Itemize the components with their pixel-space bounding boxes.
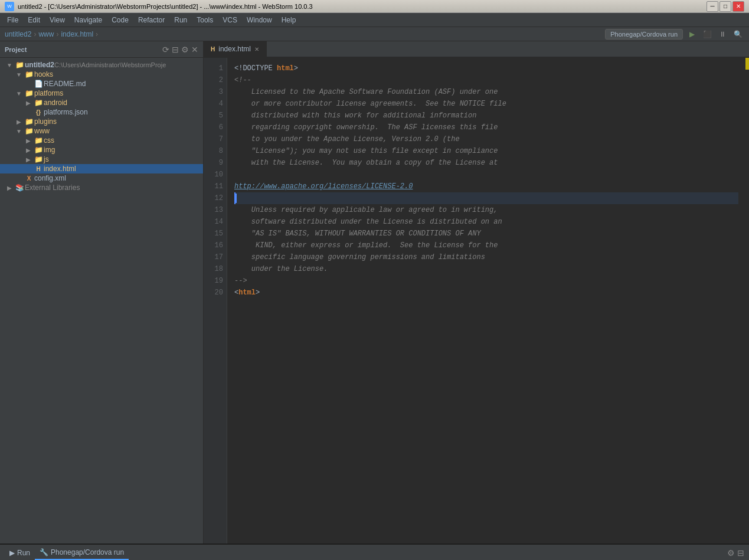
tree-item-www[interactable]: ▼ 📁 www [0,126,203,136]
main-area: Project ⟳ ⊟ ⚙ ✕ ▼ 📁 untitled2 C:\Users\A… [0,41,749,543]
tree-item-css[interactable]: ▶ 📁 css [0,136,203,145]
error-stripe [745,58,749,543]
tree-item-external-libraries[interactable]: ▶ 📚 External Libraries [0,183,203,192]
run-config-selector[interactable]: Phonegap/Cordova run [605,29,683,40]
menu-vcs[interactable]: VCS [218,15,242,25]
code-line-18: under the License. [234,263,738,275]
breadcrumb-www[interactable]: www [38,30,54,38]
code-line-3: Licensed to the Apache Software Foundati… [234,86,738,98]
tree-item-config-xml[interactable]: X config.xml [0,173,203,183]
code-line-1: <!DOCTYPE html> [234,63,738,74]
menu-code[interactable]: Code [107,15,133,25]
project-sidebar: Project ⟳ ⊟ ⚙ ✕ ▼ 📁 untitled2 C:\Users\A… [0,41,204,543]
menu-help[interactable]: Help [277,15,301,25]
phonegap-icon: 🔧 [40,548,48,556]
panel-close-icon[interactable]: ✕ [191,45,198,54]
code-line-15: "AS IS" BASIS, WITHOUT WARRANTIES OR CON… [234,228,738,240]
window-controls[interactable]: ─ □ ✕ [707,1,744,12]
bottom-tab-bar: ▶ Run 🔧 Phonegap/Cordova run ⚙ ⊟ [0,545,749,560]
code-line-16: KIND, either express or implied. See the… [234,240,738,251]
maximize-button[interactable]: □ [719,1,731,12]
menu-tools[interactable]: Tools [192,15,218,25]
code-line-7: to you under the Apache License, Version… [234,133,738,145]
menu-refactor[interactable]: Refactor [133,15,169,25]
menu-file[interactable]: File [2,15,23,25]
close-button[interactable]: ✕ [732,1,744,12]
code-line-8: "License"); you may not use this file ex… [234,145,738,157]
tree-item-untitled2[interactable]: ▼ 📁 untitled2 C:\Users\Administrator\Web… [0,60,203,70]
line-numbers: 12345 678910 1112131415 1617181920 [204,58,227,543]
tree-item-platforms[interactable]: ▼ 📁 platforms [0,89,203,98]
menu-edit[interactable]: Edit [23,15,45,25]
code-line-6: regarding copyright ownership. The ASF l… [234,122,738,133]
tab-phonegap[interactable]: 🔧 Phonegap/Cordova run [35,546,129,560]
code-editor[interactable]: <!DOCTYPE html> <!-- Licensed to the Apa… [227,58,745,543]
code-line-17: specific language governing permissions … [234,251,738,263]
code-line-9: with the License. You may obtain a copy … [234,157,738,169]
tree-item-index-html[interactable]: H index.html [0,164,203,173]
tree-item-android[interactable]: ▶ 📁 android [0,98,203,107]
code-line-13: Unless required by applicable law or agr… [234,204,738,216]
code-line-4: or more contributor license agreements. … [234,98,738,110]
breadcrumb-project[interactable]: untitled2 [5,30,31,38]
app-icon: W [5,2,14,11]
code-line-11: http://www.apache.org/licenses/LICENSE-2… [234,181,738,192]
menu-view[interactable]: View [45,15,70,25]
editor-content: 12345 678910 1112131415 1617181920 <!DOC… [204,58,749,543]
window-title: untitled2 - [C:\Users\Administrator\Webs… [18,3,707,10]
search-everywhere-button[interactable]: 🔍 [731,28,744,40]
bottom-panel: ▶ Run 🔧 Phonegap/Cordova run ⚙ ⊟ ↺ ↑ ↓ ⏎… [0,543,749,560]
code-line-20: <html> [234,287,738,299]
run-icon: ▶ [9,549,15,557]
tab-run-label: Run [17,549,30,557]
code-line-2: <!-- [234,74,738,86]
sidebar-header: Project ⟳ ⊟ ⚙ ✕ [0,41,203,58]
settings-icon[interactable]: ⚙ [181,45,189,54]
code-line-19: --> [234,275,738,287]
sidebar-toolbar: ⟳ ⊟ ⚙ ✕ [162,45,198,54]
breadcrumb-bar: untitled2 › www › index.html › Phonegap/… [0,27,749,41]
tab-phonegap-label: Phonegap/Cordova run [51,548,124,556]
code-line-5: distributed with this work for additiona… [234,110,738,122]
menu-navigate[interactable]: Navigate [70,15,107,25]
editor-tab-bar: H index.html ✕ [204,41,749,58]
sidebar-title: Project [5,46,162,53]
tree-item-hooks[interactable]: ▼ 📁 hooks [0,70,203,79]
collapse-all-icon[interactable]: ⊟ [172,45,179,54]
run-controls: Phonegap/Cordova run ▶ ⬛ ⏸ 🔍 [605,28,744,40]
tree-item-plugins[interactable]: ▶ 📁 plugins [0,117,203,126]
menu-window[interactable]: Window [242,15,277,25]
tree-item-js[interactable]: ▶ 📁 js [0,155,203,164]
tab-index-html[interactable]: H index.html ✕ [204,41,267,57]
tree-item-img[interactable]: ▶ 📁 img [0,145,203,155]
code-line-14: software distributed under the License i… [234,216,738,228]
tab-close-button[interactable]: ✕ [254,46,259,53]
tab-run[interactable]: ▶ Run [5,546,35,559]
debug-button[interactable]: ⬛ [701,28,714,40]
stop-button[interactable]: ⏸ [716,28,729,40]
settings-bottom-icon[interactable]: ⚙ [727,548,735,558]
run-button[interactable]: ▶ [685,28,698,40]
editor-area: H index.html ✕ 12345 678910 1112131415 1… [204,41,749,543]
close-bottom-icon[interactable]: ⊟ [737,548,744,558]
menu-run[interactable]: Run [169,15,192,25]
bottom-panel-controls: ⚙ ⊟ [727,548,744,558]
project-tree: ▼ 📁 untitled2 C:\Users\Administrator\Web… [0,58,203,543]
tree-item-readme[interactable]: 📄 README.md [0,79,203,89]
code-line-10 [234,169,738,181]
sync-icon[interactable]: ⟳ [162,45,169,54]
code-line-12 [234,192,738,204]
minimize-button[interactable]: ─ [707,1,718,12]
tree-item-platforms-json[interactable]: {} platforms.json [0,107,203,117]
title-bar: W untitled2 - [C:\Users\Administrator\We… [0,0,749,13]
menu-bar: File Edit View Navigate Code Refactor Ru… [0,13,749,27]
breadcrumb-file[interactable]: index.html [61,30,93,38]
